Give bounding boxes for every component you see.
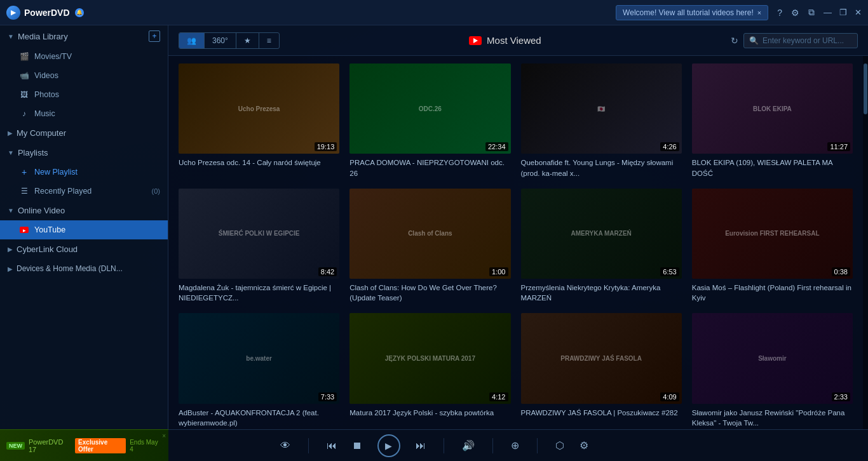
stop-button[interactable]: ⏹	[352, 440, 362, 451]
close-button[interactable]: ✕	[855, 8, 862, 17]
player-bar: × NEW PowerDVD 17 Exclusive Offer Ends M…	[0, 429, 868, 461]
video-card-9[interactable]: JĘZYK POLSKI MATURA 2017 4:12 Matura 201…	[349, 313, 510, 428]
volume-button[interactable]: 🔊	[462, 439, 475, 451]
sidebar-item-recently-played[interactable]: ☰ Recently Played (0)	[0, 182, 168, 201]
welcome-close-button[interactable]: ×	[757, 9, 761, 17]
prev-button[interactable]: ⏮	[327, 440, 337, 451]
view-btn-people[interactable]: 👥	[179, 33, 205, 48]
thumbnail-11: Sławomir 2:33	[692, 313, 853, 403]
view-btn-star[interactable]: ★	[236, 33, 259, 48]
devices-chevron: ▶	[8, 265, 13, 272]
refresh-button[interactable]: ↻	[731, 36, 738, 46]
video-card-4[interactable]: ŚMIERĆ POLKI W EGIPCIE 8:42 Magdalena Żu…	[179, 189, 339, 304]
devices-label: Devices & Home Media (DLN...	[17, 264, 123, 273]
online-video-header[interactable]: ▼ Online Video	[0, 201, 168, 220]
notification-badge[interactable]: 🔔	[75, 8, 84, 17]
scrollbar-thumb[interactable]	[864, 63, 867, 114]
main-layout: ▼ Media Library + 🎬 Movies/TV 📹 Videos 🖼…	[0, 25, 868, 429]
app-logo: ▶ PowerDVD 🔔	[6, 6, 84, 20]
video-card-3[interactable]: BLOK EKIPA 11:27 BLOK EKIPA (109), WIESŁ…	[692, 63, 853, 178]
cyberlink-cloud-label: CyberLink Cloud	[17, 244, 78, 254]
video-duration-1: 22:34	[485, 142, 508, 151]
sidebar-item-music[interactable]: ♪ Music	[0, 104, 168, 123]
video-duration-3: 11:27	[827, 142, 850, 151]
new-badge: NEW	[6, 442, 25, 450]
search-input[interactable]	[763, 36, 852, 45]
thumb-text-10: PRAWDZIWY JAŚ FASOLA	[521, 313, 682, 403]
devices-header[interactable]: ▶ Devices & Home Media (DLN...	[0, 259, 168, 278]
separator-4	[537, 438, 538, 453]
sidebar-item-youtube[interactable]: ▶ YouTube	[0, 220, 168, 239]
video-title-11: Sławomir jako Janusz Rewiński "Podróże P…	[692, 408, 853, 428]
video-card-10[interactable]: PRAWDZIWY JAŚ FASOLA 4:09 PRAWDZIWY JAŚ …	[521, 313, 682, 428]
thumb-text-11: Sławomir	[692, 313, 853, 403]
video-duration-2: 4:26	[660, 142, 679, 151]
view-btn-list[interactable]: ≡	[259, 33, 279, 48]
video-duration-5: 1:00	[489, 267, 508, 276]
video-title-2: Quebonafide ft. Young Lungs - Między sło…	[521, 157, 682, 178]
video-duration-7: 0:38	[832, 267, 850, 276]
scrollbar-track[interactable]	[863, 56, 868, 429]
view-mode-button[interactable]: 👁	[280, 440, 290, 451]
media-library-chevron: ▼	[8, 33, 14, 40]
video-duration-4: 8:42	[318, 267, 337, 276]
video-title-8: AdBuster - AQUAKONFRONTACJA 2 (feat. wyb…	[179, 408, 339, 428]
separator-3	[492, 438, 493, 453]
maximize-button[interactable]: ❐	[839, 8, 847, 17]
video-title-4: Magdalena Żuk - tajemnicza śmierć w Egip…	[179, 283, 339, 303]
snapshot-icon[interactable]: ⧉	[808, 7, 815, 18]
thumbnail-5: Clash of Clans 1:00	[349, 189, 510, 279]
thumbnail-2: 🇯🇵 4:26	[521, 63, 682, 154]
music-icon: ♪	[19, 109, 29, 119]
cyberlink-cloud-header[interactable]: ▶ CyberLink Cloud	[0, 239, 168, 259]
media-library-header[interactable]: ▼ Media Library +	[0, 25, 168, 47]
play-button[interactable]: ▶	[377, 434, 400, 457]
next-button[interactable]: ⏭	[416, 440, 426, 451]
video-title-1: PRACA DOMOWA - NIEPRZYGOTOWANI odc. 26	[349, 157, 510, 178]
notification-close-button[interactable]: ×	[162, 432, 166, 439]
thumbnail-0: Ucho Prezesa 19:13	[179, 63, 339, 154]
thumbnail-1: ODC.26 22:34	[349, 63, 510, 154]
product-name: PowerDVD 17	[29, 438, 71, 453]
my-computer-chevron: ▶	[8, 130, 13, 137]
video-card-11[interactable]: Sławomir 2:33 Sławomir jako Janusz Rewiń…	[692, 313, 853, 428]
recently-played-label: Recently Played	[34, 187, 92, 196]
youtube-title-icon	[469, 36, 482, 45]
video-card-0[interactable]: Ucho Prezesa 19:13 Ucho Prezesa odc. 14 …	[179, 63, 339, 178]
video-card-2[interactable]: 🇯🇵 4:26 Quebonafide ft. Young Lungs - Mi…	[521, 63, 682, 178]
sidebar-item-videos[interactable]: 📹 Videos	[0, 66, 168, 85]
cyberlink-cloud-chevron: ▶	[8, 246, 13, 253]
video-title-5: Clash of Clans: How Do We Get Over There…	[349, 283, 510, 303]
minimize-button[interactable]: —	[824, 8, 832, 17]
video-duration-0: 19:13	[315, 142, 337, 151]
add-media-button[interactable]: +	[149, 30, 160, 42]
movies-tv-label: Movies/TV	[34, 52, 72, 61]
settings-icon[interactable]: ⚙	[791, 8, 799, 18]
thumbnail-6: AMERYKA MARZEŃ 6:53	[521, 189, 682, 279]
search-icon: 🔍	[749, 36, 759, 45]
video-duration-11: 2:33	[832, 392, 850, 401]
video-card-7[interactable]: Eurovision FIRST REHEARSAL 0:38 Kasia Mo…	[692, 189, 853, 304]
sidebar-item-new-playlist[interactable]: + New Playlist	[0, 163, 168, 182]
sidebar-item-photos[interactable]: 🖼 Photos	[0, 85, 168, 104]
thumb-text-3: BLOK EKIPA	[692, 63, 853, 154]
thumbnail-9: JĘZYK POLSKI MATURA 2017 4:12	[349, 313, 510, 403]
playlists-header[interactable]: ▼ Playlists	[0, 143, 168, 163]
help-icon[interactable]: ?	[777, 8, 782, 18]
zoom-button[interactable]: ⊕	[511, 439, 519, 451]
search-box[interactable]: 🔍	[743, 33, 858, 48]
sidebar-item-movies-tv[interactable]: 🎬 Movies/TV	[0, 47, 168, 66]
welcome-banner: Welcome! View all tutorial videos here! …	[616, 5, 768, 20]
video-duration-8: 7:33	[318, 392, 337, 401]
video-card-6[interactable]: AMERYKA MARZEŃ 6:53 Przemyślenia Niekryt…	[521, 189, 682, 304]
video-card-1[interactable]: ODC.26 22:34 PRACA DOMOWA - NIEPRZYGOTOW…	[349, 63, 510, 178]
youtube-label: YouTube	[34, 225, 65, 234]
view-btn-360[interactable]: 360°	[205, 33, 236, 48]
player-settings-button[interactable]: ⚙	[580, 439, 588, 451]
videos-label: Videos	[34, 71, 58, 80]
video-card-8[interactable]: be.water 7:33 AdBuster - AQUAKONFRONTACJ…	[179, 313, 339, 428]
video-card-5[interactable]: Clash of Clans 1:00 Clash of Clans: How …	[349, 189, 510, 304]
vr-button[interactable]: ⬡	[555, 439, 564, 451]
my-computer-header[interactable]: ▶ My Computer	[0, 123, 168, 143]
thumb-text-0: Ucho Prezesa	[179, 63, 339, 154]
